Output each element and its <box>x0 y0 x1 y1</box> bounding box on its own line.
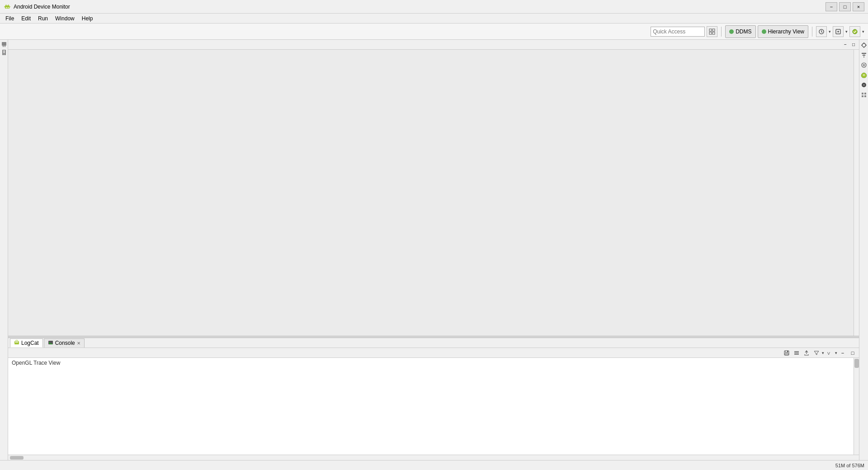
menu-window[interactable]: Window <box>52 14 78 23</box>
console-icon <box>48 340 53 346</box>
bottom-toolbar: V − □ <box>8 348 859 358</box>
svg-rect-7 <box>709 29 712 31</box>
quick-access-input[interactable] <box>651 27 705 37</box>
bottom-level-arrow[interactable] <box>835 351 837 355</box>
right-panel-icon-5[interactable] <box>860 81 868 89</box>
right-panel-icon-6[interactable] <box>860 91 868 99</box>
opengl-trace-label: OpenGL Trace View <box>12 360 60 366</box>
right-panel-icon-2[interactable] <box>860 52 868 59</box>
svg-rect-6 <box>8 7 9 8</box>
tab-logcat[interactable]: LogCat <box>10 338 43 348</box>
bottom-vertical-scrollbar[interactable] <box>854 358 859 455</box>
main-layout: − □ <box>0 40 868 460</box>
minimize-button[interactable]: − <box>826 2 837 11</box>
logcat-icon <box>14 340 19 346</box>
ddms-dot <box>729 29 734 34</box>
right-panel-icon-3[interactable] <box>860 61 868 69</box>
top-panel-header: − □ <box>8 40 859 50</box>
top-vertical-scrollbar[interactable] <box>854 50 859 336</box>
bottom-filter-arrow[interactable] <box>822 351 824 355</box>
right-panel-icon-4[interactable] <box>860 71 868 79</box>
center-area: − □ <box>8 40 859 460</box>
svg-rect-10 <box>712 32 715 34</box>
window-controls: − □ × <box>826 2 864 11</box>
svg-rect-27 <box>785 353 788 355</box>
bottom-bars-btn[interactable] <box>792 349 801 357</box>
svg-rect-21 <box>15 342 17 343</box>
maximize-button[interactable]: □ <box>839 2 851 11</box>
app-icon <box>4 3 11 10</box>
hierarchy-view-btn[interactable]: Hierarchy View <box>758 25 808 38</box>
svg-rect-0 <box>5 5 9 9</box>
svg-point-19 <box>4 54 5 55</box>
menu-bar: File Edit Run Window Help <box>0 14 868 24</box>
toolbar-divider-1 <box>721 27 722 37</box>
toolbar: DDMS Hierarchy View <box>0 24 868 40</box>
bottom-export-btn[interactable] <box>802 349 811 357</box>
bottom-minimize-btn[interactable]: − <box>838 349 847 357</box>
bottom-panel-inner: OpenGL Trace View <box>8 358 859 455</box>
toolbar-btn-1-arrow[interactable] <box>829 29 831 34</box>
title-bar: Android Device Monitor − □ × <box>0 0 868 14</box>
bottom-panel-tabs: LogCat Console ✕ <box>8 338 859 348</box>
svg-point-39 <box>863 84 865 86</box>
svg-rect-45 <box>864 93 866 94</box>
bottom-save-btn[interactable] <box>782 349 791 357</box>
top-panel-minimize[interactable]: − <box>842 41 849 48</box>
svg-rect-46 <box>862 95 863 97</box>
bottom-filter-btn[interactable] <box>812 349 821 357</box>
hierarchy-label: Hierarchy View <box>768 28 804 35</box>
svg-rect-20 <box>14 341 19 344</box>
app-title: Android Device Monitor <box>14 4 864 10</box>
toolbar-grid-btn[interactable] <box>707 26 717 37</box>
svg-rect-44 <box>862 93 863 94</box>
toolbar-btn-3-arrow[interactable] <box>862 29 864 34</box>
svg-rect-9 <box>709 32 712 34</box>
bottom-maximize-btn[interactable]: □ <box>848 349 857 357</box>
status-bar: 51M of 576M <box>0 460 868 470</box>
svg-point-2 <box>8 5 9 5</box>
svg-text:V: V <box>827 351 830 356</box>
svg-rect-8 <box>712 29 715 31</box>
console-tab-close[interactable]: ✕ <box>77 341 80 346</box>
svg-point-1 <box>6 5 7 5</box>
top-workspace <box>8 50 859 336</box>
logcat-tab-label: LogCat <box>21 340 39 346</box>
svg-rect-15 <box>3 46 4 47</box>
menu-run[interactable]: Run <box>34 14 52 23</box>
left-panel <box>0 40 8 460</box>
left-panel-icon-1[interactable] <box>1 42 7 48</box>
toolbar-btn-1[interactable] <box>816 26 827 37</box>
svg-rect-16 <box>5 46 5 47</box>
svg-rect-14 <box>2 42 6 46</box>
svg-rect-18 <box>3 50 5 53</box>
menu-help[interactable]: Help <box>78 14 97 23</box>
bottom-level-btn[interactable]: V <box>825 349 834 357</box>
menu-file[interactable]: File <box>2 14 18 23</box>
ddms-perspective-btn[interactable]: DDMS <box>725 25 755 38</box>
tab-console[interactable]: Console ✕ <box>44 338 85 348</box>
svg-rect-5 <box>6 7 7 8</box>
left-panel-icon-2[interactable] <box>1 50 7 56</box>
bottom-panel: LogCat Console ✕ <box>8 338 859 460</box>
menu-edit[interactable]: Edit <box>18 14 34 23</box>
right-panel <box>859 40 868 460</box>
right-panel-icon-1[interactable] <box>860 42 868 49</box>
console-tab-label: Console <box>55 340 75 346</box>
memory-status: 51M of 576M <box>835 463 864 468</box>
svg-rect-47 <box>864 95 866 97</box>
toolbar-btn-2[interactable] <box>833 26 844 37</box>
bottom-content: OpenGL Trace View <box>8 358 854 455</box>
toolbar-btn-2-arrow[interactable] <box>845 29 848 34</box>
top-panel-maximize[interactable]: □ <box>850 41 857 48</box>
bottom-horizontal-scrollbar[interactable] <box>8 455 859 460</box>
ddms-label: DDMS <box>736 28 751 35</box>
hierarchy-dot <box>762 29 766 34</box>
close-button[interactable]: × <box>853 2 864 11</box>
svg-rect-26 <box>787 351 788 352</box>
toolbar-btn-3[interactable] <box>849 26 860 37</box>
top-main-area <box>8 50 854 336</box>
svg-point-32 <box>862 43 866 47</box>
svg-rect-22 <box>17 342 18 343</box>
toolbar-divider-2 <box>812 27 812 37</box>
